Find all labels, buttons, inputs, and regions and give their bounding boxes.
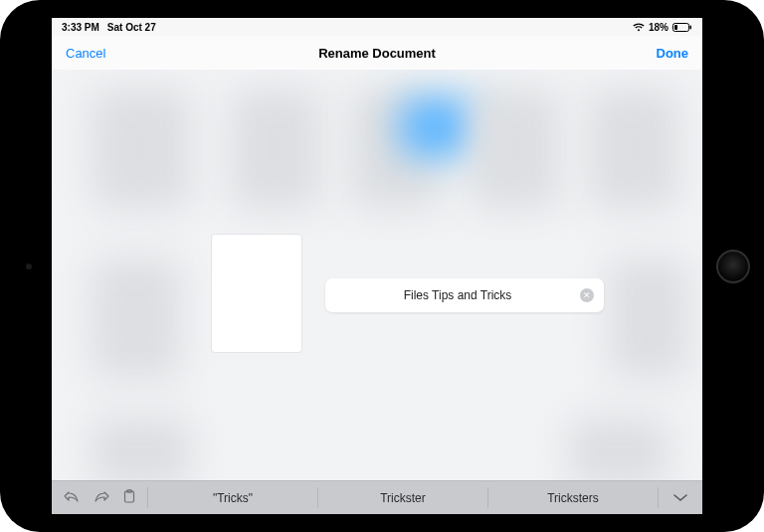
quicktype-suggestions: "Tricks" Trickster Tricksters [147,481,659,514]
document-preview [211,234,302,353]
close-icon: ✕ [583,291,591,300]
svg-rect-2 [674,25,677,30]
blurred-thumbnail [92,418,191,480]
suggestion-1[interactable]: "Tricks" [148,481,317,514]
content-area: ✕ [52,70,702,480]
home-button[interactable] [716,250,750,283]
paste-button[interactable] [123,489,135,506]
clear-text-button[interactable]: ✕ [580,288,594,302]
suggestion-3[interactable]: Tricksters [488,481,658,514]
blurred-thumbnail [92,89,191,209]
cancel-button[interactable]: Cancel [66,46,105,61]
done-button[interactable]: Done [657,46,689,61]
status-battery-pct: 18% [649,22,668,33]
screen: 3:33 PM Sat Oct 27 18% Cancel Rename Doc… [52,18,702,514]
wifi-icon [633,23,645,32]
blurred-thumbnail [92,259,181,378]
filename-input[interactable] [335,288,580,302]
svg-rect-1 [690,25,692,29]
redo-button[interactable] [94,490,109,505]
blurred-thumbnail [609,259,688,378]
blurred-thumbnail [231,89,320,209]
blurred-thumbnail [589,89,678,209]
clipboard-icon [123,489,135,506]
front-camera [26,264,32,269]
page-title: Rename Document [318,46,436,61]
blurred-thumbnail [400,97,479,157]
rename-field[interactable]: ✕ [325,278,604,312]
blurred-thumbnail [470,89,559,209]
undo-icon [64,490,80,505]
nav-bar: Cancel Rename Document Done [52,36,702,70]
blurred-thumbnail [569,418,668,480]
status-time: 3:33 PM [62,22,99,33]
battery-icon [672,23,692,32]
suggestion-2[interactable]: Trickster [318,481,487,514]
status-date: Sat Oct 27 [107,22,156,33]
hide-keyboard-button[interactable] [659,481,702,514]
ipad-device: 3:33 PM Sat Oct 27 18% Cancel Rename Doc… [0,0,764,532]
undo-button[interactable] [64,490,80,505]
chevron-down-icon [673,490,687,505]
status-bar: 3:33 PM Sat Oct 27 18% [52,18,702,36]
quicktype-tools [52,481,147,514]
quicktype-bar: "Tricks" Trickster Tricksters [52,480,702,514]
redo-icon [94,490,109,505]
